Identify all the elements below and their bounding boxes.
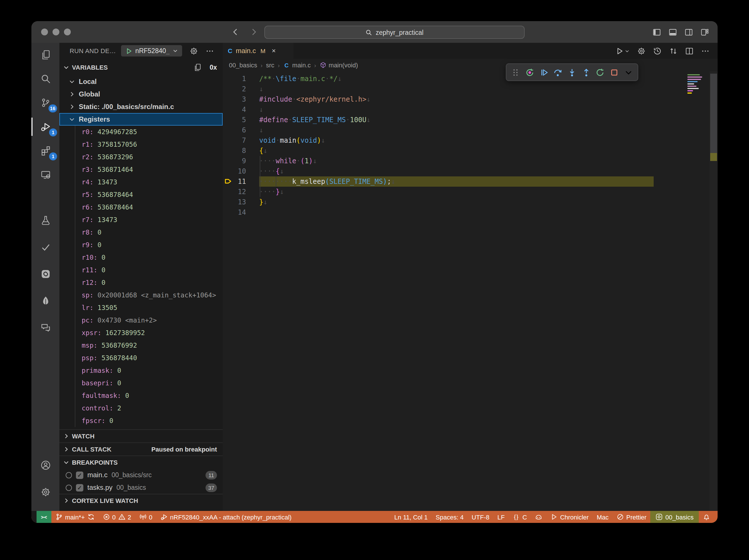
back-icon[interactable]: [231, 27, 240, 37]
code-line-10[interactable]: 10····{↓: [223, 166, 710, 176]
status-cursor-position[interactable]: Ln 11, Col 1: [390, 511, 432, 523]
register-row-r9[interactable]: r9:0: [59, 239, 223, 251]
register-row-psp[interactable]: psp:536878440: [59, 352, 223, 364]
forward-icon[interactable]: [250, 27, 259, 37]
status-problems[interactable]: 02: [99, 511, 135, 523]
register-row-xpsr[interactable]: xpsr:1627389952: [59, 326, 223, 339]
continue-button[interactable]: [537, 65, 550, 79]
traffic-lights[interactable]: [41, 28, 71, 36]
debug-settings-gear-icon[interactable]: [190, 46, 198, 55]
layout-left-icon[interactable]: [652, 28, 661, 36]
run-or-debug-button[interactable]: [615, 46, 630, 55]
register-row-r11[interactable]: r11:0: [59, 264, 223, 276]
register-row-fpscr[interactable]: fpscr:0: [59, 414, 223, 427]
code-line-11[interactable]: 11········k_msleep(SLEEP_TIME_MS);↓: [223, 176, 710, 187]
activity-item-search[interactable]: [31, 67, 59, 91]
step-into-button[interactable]: [566, 65, 578, 79]
register-row-r6[interactable]: r6:536878464: [59, 201, 223, 214]
status-eol[interactable]: LF: [494, 511, 509, 523]
tree-item-static-00-basics-src-main-c[interactable]: Static: ./00_basics/src/main.c: [59, 101, 223, 113]
minimap[interactable]: [687, 74, 708, 95]
tree-item-registers[interactable]: Registers: [59, 113, 223, 126]
layout-bottom-icon[interactable]: [668, 28, 677, 36]
register-row-primask[interactable]: primask:0: [59, 364, 223, 377]
register-row-r10[interactable]: r10:0: [59, 251, 223, 264]
code-line-9[interactable]: 9····while·(1)↓: [223, 156, 710, 166]
debug-settings-button[interactable]: [637, 46, 646, 55]
stop-button[interactable]: [608, 65, 621, 79]
scrollbar-slider[interactable]: [710, 73, 717, 153]
hex-format-toggle[interactable]: 0x: [210, 64, 217, 70]
breakpoint-checkbox[interactable]: ✓: [76, 484, 83, 491]
activity-item-extensions[interactable]: 1: [31, 139, 59, 163]
breakpoint-circle-icon[interactable]: [66, 472, 72, 478]
activity-item-remote-explorer[interactable]: [31, 163, 59, 187]
status-git-branch[interactable]: main*+: [51, 511, 99, 523]
breadcrumb[interactable]: 00_basics›src›Cmain.c›main(void): [223, 59, 718, 71]
code-area[interactable]: 1/**·\file·main.c·*/↓2↓3#include·<zephyr…: [223, 71, 710, 511]
call-stack-section-header[interactable]: CALL STACK Paused on breakpoint: [59, 443, 223, 455]
drag-handle-button[interactable]: [510, 65, 522, 79]
code-line-4[interactable]: 4↓: [223, 105, 710, 115]
watch-section-header[interactable]: WATCH: [59, 429, 223, 443]
register-row-r2[interactable]: r2:536873296: [59, 151, 223, 163]
restart-button[interactable]: [594, 65, 606, 79]
code-line-8[interactable]: 8{↓: [223, 146, 710, 156]
status-ports[interactable]: 0: [135, 511, 156, 523]
activity-item-explorer[interactable]: [31, 43, 59, 67]
close-tab-icon[interactable]: ×: [272, 47, 276, 55]
layout-right-icon[interactable]: [684, 28, 693, 36]
code-line-12[interactable]: 12····}↓: [223, 187, 710, 197]
more-actions-button[interactable]: [701, 46, 710, 55]
status-notifications[interactable]: [699, 511, 714, 523]
tree-item-local[interactable]: Local: [59, 76, 223, 88]
activity-item-checks[interactable]: [31, 234, 59, 260]
register-row-r12[interactable]: r12:0: [59, 276, 223, 289]
status-encoding[interactable]: UTF-8: [468, 511, 493, 523]
status-debug-target[interactable]: nRF52840_xxAA - attach (zephyr_practical…: [156, 511, 296, 523]
compare-changes-button[interactable]: [669, 46, 678, 55]
activity-item-accounts[interactable]: [31, 452, 59, 478]
code-line-3[interactable]: 3#include·<zephyr/kernel.h>↓: [223, 94, 710, 105]
status-chronicler[interactable]: Chronicler: [546, 511, 593, 523]
code-line-13[interactable]: 13}↓: [223, 197, 710, 207]
code-line-2[interactable]: 2↓: [223, 84, 710, 94]
status-indentation[interactable]: Spaces: 4: [432, 511, 468, 523]
more-actions-icon[interactable]: [206, 46, 214, 55]
activity-item-run-and-debug[interactable]: 1: [31, 115, 59, 139]
code-line-7[interactable]: 7void·main(void)↓: [223, 135, 710, 146]
breadcrumb-item[interactable]: Cmain.c: [283, 62, 311, 68]
register-row-r8[interactable]: r8:0: [59, 226, 223, 239]
status-workspace[interactable]: 00_basics: [650, 511, 699, 523]
activity-item-source-control[interactable]: 16: [31, 91, 59, 115]
cortex-live-watch-header[interactable]: CORTEX LIVE WATCH: [59, 494, 223, 507]
register-row-r5[interactable]: r5:536878464: [59, 188, 223, 201]
code-line-6[interactable]: 6↓: [223, 125, 710, 135]
register-row-r4[interactable]: r4:13473: [59, 176, 223, 188]
activity-item-settings[interactable]: [31, 478, 59, 505]
code-line-14[interactable]: 14: [223, 207, 710, 217]
breakpoints-section-header[interactable]: BREAKPOINTS: [59, 455, 223, 469]
breakpoint-row-main-c[interactable]: ✓main.c00_basics/src11: [59, 469, 223, 481]
breadcrumb-item[interactable]: 00_basics: [229, 62, 257, 68]
timeline-button[interactable]: [653, 46, 662, 55]
register-row-basepri[interactable]: basepri:0: [59, 377, 223, 389]
register-row-faultmask[interactable]: faultmask:0: [59, 389, 223, 402]
breakpoint-row-tasks-py[interactable]: ✓tasks.py00_basics37: [59, 481, 223, 494]
activity-item-mongodb[interactable]: [31, 287, 59, 314]
breadcrumb-item[interactable]: main(void): [319, 62, 358, 68]
register-row-control[interactable]: control:2: [59, 402, 223, 414]
breakpoint-checkbox[interactable]: ✓: [76, 471, 83, 479]
layout-grid-icon[interactable]: [701, 28, 709, 36]
activity-item-testing[interactable]: [31, 207, 59, 234]
activity-item-continue-extension[interactable]: [31, 260, 59, 287]
split-editor-button[interactable]: [685, 46, 693, 55]
status-platform[interactable]: Mac: [593, 511, 613, 523]
register-row-r7[interactable]: r7:13473: [59, 214, 223, 226]
command-center-search[interactable]: zephyr_practical: [264, 26, 525, 39]
breadcrumb-item[interactable]: src: [266, 62, 274, 68]
copy-value-icon[interactable]: [194, 63, 201, 71]
activity-item-comments[interactable]: [31, 314, 59, 341]
status-language-mode[interactable]: {}C: [509, 511, 531, 523]
register-row-pc[interactable]: pc:0x4730 <main+2>: [59, 314, 223, 326]
